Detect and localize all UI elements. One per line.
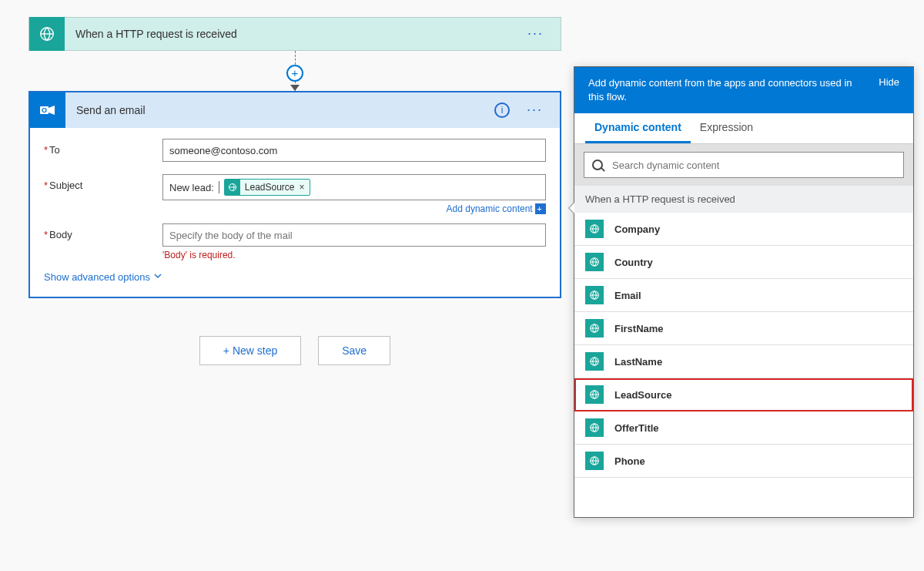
field-label-subject: *Subject [44,174,162,191]
dynamic-token-leadsource[interactable]: LeadSource × [224,179,310,196]
dc-item-country[interactable]: Country [574,246,913,279]
field-to: *To someone@contoso.com [44,139,546,162]
http-globe-icon [225,180,240,195]
field-subject: *Subject New lead: LeadSource × [44,174,546,200]
new-step-button[interactable]: + New step [199,336,301,365]
action-title: Send an email [76,104,494,116]
field-input-body[interactable]: Specify the body of the mail [162,223,546,247]
outlook-icon: O [30,92,65,128]
dc-item-phone[interactable]: Phone [574,445,913,478]
dc-item-offertitle[interactable]: OfferTitle [574,411,913,445]
dc-item-label: FirstName [614,323,664,334]
dc-item-lastname[interactable]: LastName [574,345,913,378]
save-button[interactable]: Save [318,336,390,365]
trigger-card[interactable]: When a HTTP request is received ··· [28,17,561,51]
subject-prefix-text: New lead: [169,182,214,193]
field-label-to: *To [44,139,162,156]
field-label-body: *Body [44,223,162,240]
dc-item-label: LastName [614,356,662,368]
http-globe-icon [585,319,604,338]
search-box[interactable] [584,152,904,178]
body-placeholder: Specify the body of the mail [169,230,293,241]
http-globe-icon [585,418,604,437]
dc-item-label: Company [614,223,660,235]
flyout-tabs: Dynamic content Expression [574,113,913,144]
field-input-subject[interactable]: New lead: LeadSource × [162,174,546,200]
trigger-title: When a HTTP request is received [75,28,527,40]
insert-step-button[interactable]: + [286,65,303,82]
svg-text:O: O [42,106,47,114]
show-advanced-options-link[interactable]: Show advanced options [44,271,546,283]
action-card-send-email: O Send an email i ··· *To someone@contos… [28,91,561,298]
chevron-down-icon [153,271,162,283]
info-icon[interactable]: i [494,102,510,118]
search-container [574,144,913,186]
dc-item-label: LeadSource [614,389,671,401]
required-star: * [44,144,48,156]
text-cursor [219,181,219,193]
to-value: someone@contoso.com [169,145,277,156]
http-globe-icon [585,286,604,304]
dc-item-label: Email [614,290,641,301]
dc-item-leadsource[interactable]: LeadSource [574,378,913,411]
dc-item-label: Phone [614,455,645,467]
field-input-to[interactable]: someone@contoso.com [162,139,546,162]
flyout-pointer [568,202,574,214]
action-more-icon[interactable]: ··· [527,107,560,113]
tab-expression[interactable]: Expression [691,113,762,143]
dynamic-content-flyout: Add dynamic content from the apps and co… [574,66,914,518]
connector-line: + [28,51,561,91]
flyout-header-text: Add dynamic content from the apps and co… [588,76,879,104]
dc-item-company[interactable]: Company [574,213,913,246]
http-globe-icon [585,352,604,371]
http-globe-icon [585,253,604,271]
search-icon [592,160,603,170]
action-header[interactable]: O Send an email i ··· [30,92,560,128]
token-label: LeadSource [245,182,295,193]
token-remove-icon[interactable]: × [300,182,305,193]
dc-item-label: Country [614,257,653,268]
body-validation-message: 'Body' is required. [44,250,546,260]
dc-group-header: When a HTTP request is received [574,186,913,213]
http-globe-icon [585,385,604,404]
add-dynamic-content-link[interactable]: Add dynamic content + [44,203,546,214]
required-star: * [44,180,48,191]
search-input[interactable] [611,159,896,172]
field-body: *Body Specify the body of the mail [44,223,546,247]
http-globe-icon [585,220,604,238]
trigger-more-icon[interactable]: ··· [527,31,561,36]
dc-item-label: OfferTitle [614,422,659,434]
required-star: * [44,229,48,240]
flyout-header: Add dynamic content from the apps and co… [574,67,913,113]
plus-badge-icon: + [535,203,546,214]
dynamic-content-list[interactable]: When a HTTP request is received CompanyC… [574,186,913,517]
dc-item-email[interactable]: Email [574,279,913,312]
flyout-hide-link[interactable]: Hide [879,76,899,88]
tab-dynamic-content[interactable]: Dynamic content [585,113,691,143]
dc-item-firstname[interactable]: FirstName [574,312,913,345]
http-globe-icon [29,17,65,51]
http-globe-icon [585,452,604,470]
